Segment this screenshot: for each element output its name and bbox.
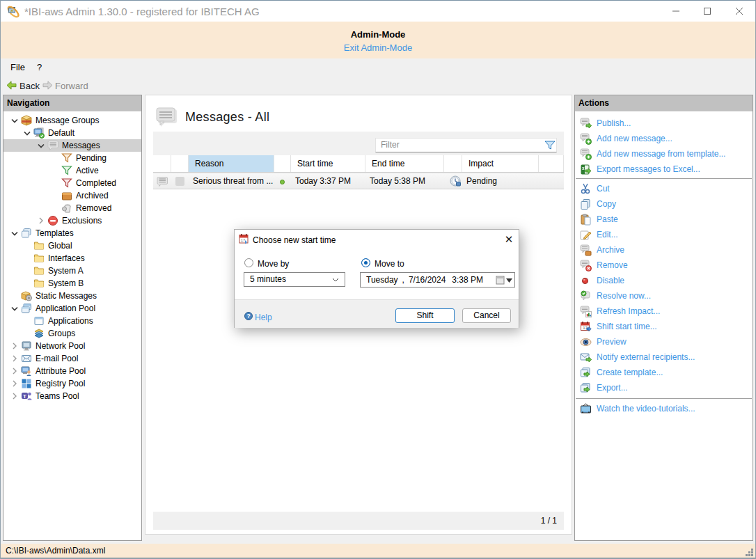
svg-text:17: 17 — [241, 238, 246, 242]
svg-text:?: ? — [246, 313, 250, 320]
